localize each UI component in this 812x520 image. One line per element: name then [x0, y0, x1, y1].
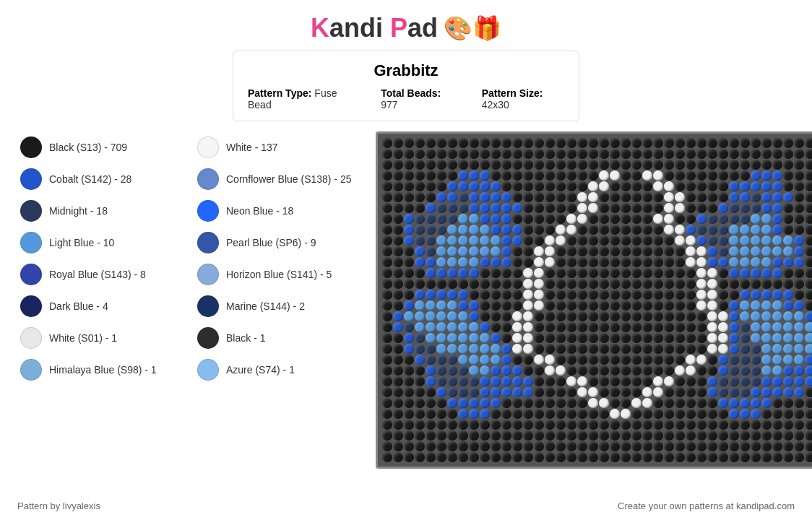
bead	[534, 311, 544, 321]
bead	[599, 376, 609, 386]
bead	[566, 160, 576, 170]
bead	[805, 290, 812, 300]
bead	[783, 203, 793, 213]
bead	[534, 441, 544, 451]
bead	[729, 160, 739, 170]
bead	[675, 290, 685, 300]
bead	[469, 420, 479, 430]
bead	[631, 246, 642, 256]
bead	[393, 290, 403, 300]
bead	[794, 398, 804, 408]
bead	[794, 322, 804, 332]
bead	[751, 149, 761, 159]
logo: Kandi Pad	[311, 13, 438, 43]
bead	[696, 170, 707, 181]
bead	[458, 398, 468, 408]
bead	[512, 160, 522, 170]
bead	[686, 420, 696, 430]
color-label: Horizon Blue (S141) - 5	[226, 269, 332, 280]
bead	[664, 344, 674, 354]
bead	[545, 322, 555, 332]
bead	[469, 441, 479, 451]
bead	[729, 322, 739, 332]
bead	[783, 420, 793, 430]
bead	[534, 225, 544, 235]
bead	[707, 170, 717, 181]
bead	[772, 225, 782, 235]
bead	[610, 420, 620, 430]
bead	[491, 170, 501, 181]
bead	[675, 235, 685, 246]
color-swatch	[20, 295, 42, 317]
color-item: Cobalt (S142) - 28	[14, 163, 191, 195]
bead	[729, 409, 739, 419]
bead	[415, 279, 425, 289]
bead	[761, 192, 772, 202]
bead	[577, 344, 587, 354]
bead	[794, 203, 804, 213]
bead	[761, 257, 772, 267]
color-label: Pearl Blue (SP6) - 9	[226, 237, 316, 248]
bead	[415, 430, 425, 441]
bead	[729, 138, 739, 148]
bead	[501, 149, 511, 159]
bead	[707, 203, 717, 213]
bead	[393, 311, 403, 321]
color-label: Black (S13) - 709	[49, 142, 127, 153]
bead	[610, 181, 620, 191]
bead	[664, 268, 674, 278]
bead	[588, 181, 598, 191]
bead	[642, 376, 652, 386]
bead	[599, 333, 609, 343]
bead	[772, 376, 782, 386]
bead	[718, 300, 728, 311]
bead	[577, 311, 587, 321]
bead	[491, 365, 501, 376]
bead	[599, 409, 609, 419]
bead	[556, 203, 566, 213]
bead	[664, 192, 674, 202]
bead	[480, 268, 490, 278]
bead	[653, 290, 663, 300]
bead	[664, 203, 674, 213]
bead	[772, 409, 782, 419]
bead	[610, 268, 620, 278]
bead	[772, 333, 782, 343]
bead	[458, 214, 468, 224]
bead	[512, 300, 522, 311]
bead	[480, 300, 490, 311]
bead	[696, 376, 707, 386]
bead	[588, 214, 598, 224]
bead	[653, 170, 663, 181]
bead	[458, 246, 468, 256]
bead	[491, 257, 501, 267]
bead	[664, 365, 674, 376]
bead	[458, 409, 468, 419]
bead	[707, 430, 717, 441]
bead	[696, 257, 707, 267]
bead	[675, 452, 685, 462]
bead	[534, 149, 544, 159]
bead	[805, 214, 812, 224]
color-swatch	[20, 264, 42, 285]
bead	[556, 225, 566, 235]
bead	[447, 192, 457, 202]
bead	[631, 387, 642, 397]
bead	[599, 355, 609, 365]
bead	[751, 365, 761, 376]
bead	[415, 138, 425, 148]
bead	[501, 355, 511, 365]
bead	[566, 430, 576, 441]
bead	[534, 138, 544, 148]
bead	[404, 279, 414, 289]
bead	[794, 365, 804, 376]
bead	[751, 257, 761, 267]
bead	[642, 300, 652, 311]
bead	[523, 322, 533, 332]
bead	[707, 246, 717, 256]
bead	[426, 170, 436, 181]
bead	[805, 235, 812, 246]
bead	[491, 430, 501, 441]
bead	[436, 311, 446, 321]
bead	[588, 257, 598, 267]
